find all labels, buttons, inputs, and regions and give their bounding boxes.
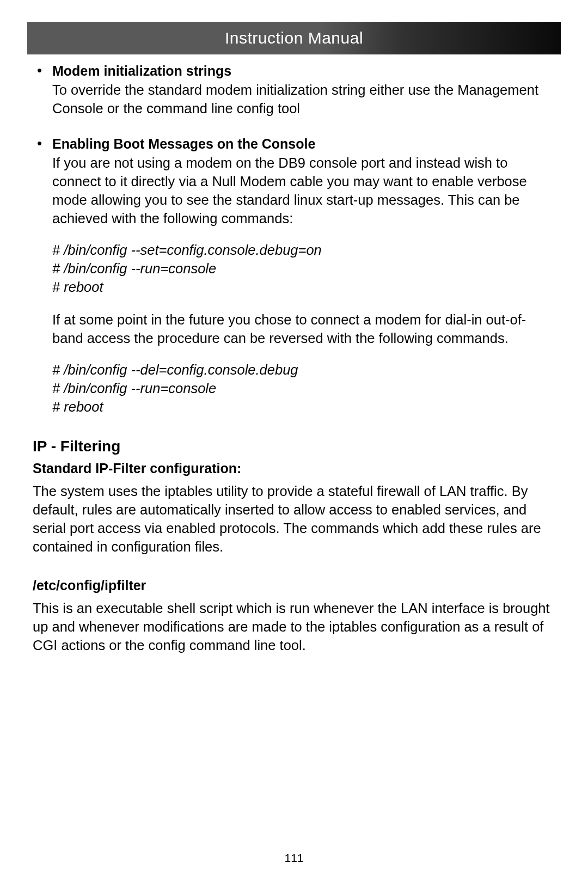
subsection-heading: /etc/config/ipfilter	[33, 578, 555, 593]
document-page: Instruction Manual Modem initialization …	[0, 0, 588, 882]
paragraph: The system uses the iptables utility to …	[33, 482, 555, 556]
command-line: # reboot	[52, 397, 555, 416]
bullet-title: Enabling Boot Messages on the Console	[52, 135, 555, 152]
command-line: # reboot	[52, 278, 555, 296]
list-item: Modem initialization strings To override…	[52, 62, 555, 118]
command-line: # /bin/config --set=config.console.debug…	[52, 241, 555, 259]
section-heading: IP - Filtering	[33, 438, 555, 455]
body-content: Modem initialization strings To override…	[27, 62, 561, 654]
list-item: Enabling Boot Messages on the Console If…	[52, 135, 555, 416]
subsection-heading: Standard IP-Filter configuration:	[33, 461, 555, 476]
bullet-list: Modem initialization strings To override…	[33, 62, 555, 416]
command-line: # /bin/config --run=console	[52, 379, 555, 397]
header-title: Instruction Manual	[225, 29, 363, 47]
command-block: # /bin/config --set=config.console.debug…	[52, 241, 555, 296]
paragraph: If at some point in the future you chose…	[52, 310, 555, 347]
page-number: 111	[0, 852, 588, 865]
bullet-title: Modem initialization strings	[52, 62, 555, 79]
command-line: # /bin/config --run=console	[52, 259, 555, 278]
paragraph: To override the standard modem initializ…	[52, 81, 555, 118]
paragraph: This is an executable shell script which…	[33, 599, 555, 654]
header-banner: Instruction Manual	[27, 22, 561, 54]
command-line: # /bin/config --del=config.console.debug	[52, 360, 555, 379]
paragraph: If you are not using a modem on the DB9 …	[52, 154, 555, 228]
command-block: # /bin/config --del=config.console.debug…	[52, 360, 555, 416]
